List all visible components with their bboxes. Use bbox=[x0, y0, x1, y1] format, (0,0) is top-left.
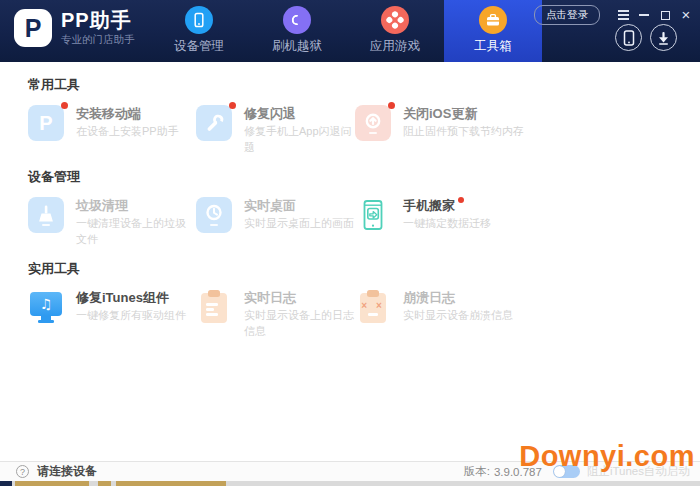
tool-title: 实时日志 bbox=[244, 288, 355, 307]
app-window: P PP助手 专业的门店助手 设备管理 刷机越狱 bbox=[0, 0, 700, 486]
section-device-manage: 设备管理 垃圾清理 一键清理设备上的垃圾文件 bbox=[28, 168, 700, 241]
tool-subtitle: 一键搞定数据迁移 bbox=[403, 215, 491, 231]
tool-subtitle: 实时显示设备上的日志信息 bbox=[244, 307, 355, 339]
section-title: 常用工具 bbox=[28, 76, 700, 94]
version-label: 版本: bbox=[464, 464, 490, 479]
close-button[interactable]: × bbox=[678, 8, 694, 22]
tool-subtitle: 修复手机上App闪退问题 bbox=[244, 123, 355, 155]
tool-subtitle: 阻止固件预下载节约内存 bbox=[403, 123, 524, 139]
tool-fix-app-crash[interactable]: 修复闪退 修复手机上App闪退问题 bbox=[196, 103, 355, 149]
crash-clipboard-icon: × × bbox=[355, 289, 391, 325]
download-arrow-icon bbox=[657, 31, 670, 45]
itunes-monitor-icon: ♫ bbox=[28, 289, 64, 325]
tool-title: 垃圾清理 bbox=[76, 196, 196, 215]
connect-status: ? 请连接设备 bbox=[16, 463, 97, 480]
tool-title: 安装移动端 bbox=[76, 104, 179, 123]
refresh-icon bbox=[283, 6, 311, 34]
clover-icon bbox=[381, 6, 409, 34]
tool-title: 手机搬家 bbox=[403, 196, 491, 215]
tool-title: 关闭iOS更新 bbox=[403, 104, 524, 123]
upload-block-icon bbox=[355, 105, 391, 141]
tool-crash-log[interactable]: × × 崩溃日志 实时显示设备崩溃信息 bbox=[355, 287, 700, 333]
tab-flash-jailbreak[interactable]: 刷机越狱 bbox=[248, 0, 346, 62]
pp-logo-icon: P bbox=[28, 105, 64, 141]
tool-subtitle: 在设备上安装PP助手 bbox=[76, 123, 179, 139]
notification-dot bbox=[61, 102, 68, 109]
tool-realtime-log[interactable]: 实时日志 实时显示设备上的日志信息 bbox=[196, 287, 355, 333]
notification-dot bbox=[229, 102, 236, 109]
tool-title: 修复iTunes组件 bbox=[76, 288, 186, 307]
tool-trash-clean[interactable]: 垃圾清理 一键清理设备上的垃圾文件 bbox=[28, 195, 196, 241]
download-button[interactable] bbox=[650, 24, 677, 51]
notification-dot bbox=[388, 102, 395, 109]
section-common-tools: 常用工具 P 安装移动端 在设备上安装PP助手 bbox=[28, 76, 700, 149]
app-title: PP助手 bbox=[61, 9, 135, 31]
maximize-button[interactable] bbox=[657, 8, 673, 22]
header-bar: P PP助手 专业的门店助手 设备管理 刷机越狱 bbox=[0, 0, 700, 62]
site-watermark: Downyi.com bbox=[519, 440, 695, 473]
tab-label: 应用游戏 bbox=[370, 38, 420, 55]
tool-title: 修复闪退 bbox=[244, 104, 355, 123]
tool-title: 崩溃日志 bbox=[403, 288, 513, 307]
tab-toolbox[interactable]: 工具箱 bbox=[444, 0, 542, 62]
tool-realtime-desktop[interactable]: 实时桌面 实时显示桌面上的画面 bbox=[196, 195, 355, 241]
section-title: 实用工具 bbox=[28, 260, 700, 278]
tool-subtitle: 一键清理设备上的垃圾文件 bbox=[76, 215, 196, 247]
log-clipboard-icon bbox=[196, 289, 232, 325]
titlebar-controls: 点击登录 × bbox=[534, 5, 694, 25]
help-icon[interactable]: ? bbox=[16, 465, 29, 478]
app-subtitle: 专业的门店助手 bbox=[61, 33, 135, 47]
tool-subtitle: 实时显示设备崩溃信息 bbox=[403, 307, 513, 323]
menu-icon[interactable] bbox=[615, 8, 631, 22]
briefcase-icon bbox=[479, 6, 507, 34]
connect-hint: 请连接设备 bbox=[37, 463, 97, 480]
broom-icon bbox=[28, 197, 64, 233]
device-screen-button[interactable] bbox=[615, 24, 642, 51]
tool-install-mobile[interactable]: P 安装移动端 在设备上安装PP助手 bbox=[28, 103, 196, 149]
login-button[interactable]: 点击登录 bbox=[534, 5, 600, 25]
tab-label: 工具箱 bbox=[474, 38, 512, 55]
pp-logo: P bbox=[14, 9, 52, 47]
tool-subtitle: 一键修复所有驱动组件 bbox=[76, 307, 186, 323]
phone-icon bbox=[622, 30, 636, 46]
tab-label: 设备管理 bbox=[174, 38, 224, 55]
tab-label: 刷机越狱 bbox=[272, 38, 322, 55]
clock-icon bbox=[196, 197, 232, 233]
phone-transfer-icon bbox=[355, 197, 391, 233]
tab-apps-games[interactable]: 应用游戏 bbox=[346, 0, 444, 62]
bottom-sliver bbox=[0, 481, 700, 486]
main-nav: 设备管理 刷机越狱 应用游戏 工具箱 bbox=[150, 0, 542, 62]
notification-dot bbox=[458, 197, 464, 203]
tool-close-ios-update[interactable]: 关闭iOS更新 阻止固件预下载节约内存 bbox=[355, 103, 700, 149]
wrench-icon bbox=[196, 105, 232, 141]
tool-fix-itunes[interactable]: ♫ 修复iTunes组件 一键修复所有驱动组件 bbox=[28, 287, 196, 333]
phone-icon bbox=[185, 6, 213, 34]
tool-phone-transfer[interactable]: 手机搬家 一键搞定数据迁移 bbox=[355, 195, 700, 241]
toolbox-content: 常用工具 P 安装移动端 在设备上安装PP助手 bbox=[0, 76, 700, 475]
pp-logo-letter: P bbox=[25, 16, 42, 41]
section-utility-tools: 实用工具 ♫ 修复iTunes组件 一键修复所有驱动组件 bbox=[28, 260, 700, 333]
app-brand: P PP助手 专业的门店助手 bbox=[14, 9, 135, 47]
tab-device-manage[interactable]: 设备管理 bbox=[150, 0, 248, 62]
minimize-button[interactable] bbox=[636, 8, 652, 22]
header-quick-buttons bbox=[615, 24, 677, 51]
brand-text: PP助手 专业的门店助手 bbox=[61, 9, 135, 47]
tool-subtitle: 实时显示桌面上的画面 bbox=[244, 215, 354, 231]
tool-title: 实时桌面 bbox=[244, 196, 354, 215]
section-title: 设备管理 bbox=[28, 168, 700, 186]
